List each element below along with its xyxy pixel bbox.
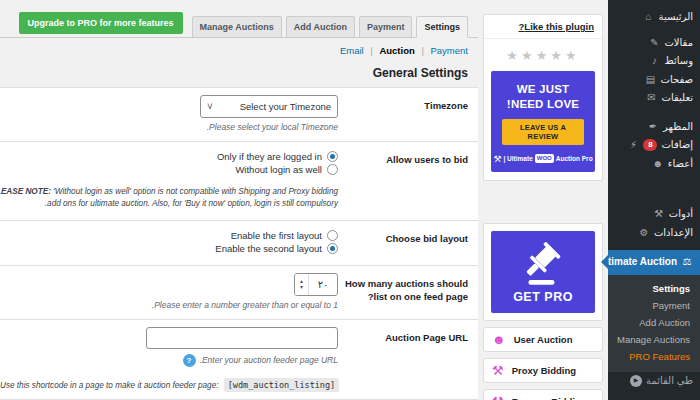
tab-settings[interactable]: Settings xyxy=(416,16,468,38)
ultimate-auction-logo: ⚒ | Ultimate WOO Auction Pro xyxy=(495,154,591,164)
submenu-item-settings[interactable]: Settings xyxy=(608,280,700,297)
separator: | xyxy=(421,45,423,56)
number-spinner[interactable]: ▴ ▾ xyxy=(295,274,309,295)
radio-button-icon[interactable] xyxy=(327,243,338,254)
shortcode-line: Use this shortcode in a page to make it … xyxy=(0,380,338,390)
radio-second-layout[interactable]: Enable the second layout xyxy=(0,243,338,254)
proxy-bidding-icon: ⚒ xyxy=(492,364,504,377)
subtab-email[interactable]: Email xyxy=(340,45,364,56)
separator: | xyxy=(370,45,372,56)
leave-review-button[interactable]: LEAVE US A REVIEW xyxy=(502,119,584,145)
logo-text-suffix: Auction Pro xyxy=(556,155,593,162)
need-love-banner: WE JUST NEED LOVE! LEAVE US A REVIEW ⚒ |… xyxy=(491,71,595,172)
wp-admin-page: الرئيسية ⌂ مقالات ✎ وسائط ♪ صفحات ▤ تعلي… xyxy=(0,0,700,400)
help-icon[interactable]: ? xyxy=(183,354,196,367)
like-plugin-link[interactable]: Like this plugin? xyxy=(484,15,602,39)
tab-payment[interactable]: Payment xyxy=(359,16,413,38)
get-pro-banner: GET PRO xyxy=(491,231,595,313)
sidebar-item-users[interactable]: أعضاء ☻ xyxy=(608,155,700,174)
sidebar-item-dashboard[interactable]: الرئيسية ⌂ xyxy=(608,8,700,27)
love-text-line1: WE JUST xyxy=(495,82,591,97)
tab-add-auction[interactable]: Add Auction xyxy=(286,16,355,38)
promo-column: Like this plugin? ★★★★★ WE JUST NEED LOV… xyxy=(478,0,608,400)
radio-button-icon[interactable] xyxy=(327,230,338,241)
sidebar-item-label: أدوات xyxy=(669,208,693,221)
field-label-page-url: Auction Page URL xyxy=(338,327,468,390)
please-note-text: PLEASE NOTE: 'Without login as well' opt… xyxy=(0,186,338,211)
helper-text: Please enter a number greater than or eq… xyxy=(0,300,338,310)
field-control: Only if they are logged in Without login… xyxy=(0,149,338,211)
sidebar-item-plugins[interactable]: إضافات 8 ⚡ xyxy=(608,136,700,155)
submenu-item-payment[interactable]: Payment xyxy=(608,297,700,314)
sidebar-item-posts[interactable]: مقالات ✎ xyxy=(608,34,700,53)
pin-icon: ✎ xyxy=(648,37,660,50)
menu-separator xyxy=(608,108,700,118)
menu-separator xyxy=(608,242,700,250)
subtab-payment[interactable]: Payment xyxy=(431,45,469,56)
field-label-bid-layout: Choose bid layout xyxy=(338,228,468,256)
form-row-timezone: Timezone Select your Timezone ˅ Please s… xyxy=(0,87,478,142)
shortcode: [wdm_auction_listing] xyxy=(224,378,339,392)
radio-label: Without login as well xyxy=(235,164,322,175)
pages-icon: ▤ xyxy=(645,74,657,87)
field-control: Select your Timezone ˅ Please select you… xyxy=(0,95,338,132)
sidebar-item-comments[interactable]: تعليقات ✉ xyxy=(608,89,700,108)
sidebar-item-tools[interactable]: أدوات ⚒ xyxy=(608,205,700,224)
sidebar-item-label: تعليقات xyxy=(662,92,693,105)
radio-label: Only if they are logged in xyxy=(217,151,322,162)
submenu-item-manage-auctions[interactable]: Manage Auctions xyxy=(608,331,700,348)
radio-button-icon[interactable] xyxy=(327,151,338,162)
settings-content: Upgrade to PRO for more features Manage … xyxy=(0,0,478,400)
shortcode-instruction: Use this shortcode in a page to make it … xyxy=(0,381,218,390)
note-line2: add ons for ultimate auction. Also, for … xyxy=(0,198,338,210)
radio-first-layout[interactable]: Enable the first layout xyxy=(0,230,338,241)
collapse-menu-button[interactable]: طي القائمة ▶ xyxy=(608,372,700,391)
sidebar-item-label: أعضاء xyxy=(668,158,693,171)
get-pro-label: GET PRO xyxy=(513,290,573,304)
woo-badge: WOO xyxy=(535,154,554,163)
url-helper-line: Enter your auction feeder page URL. ? xyxy=(0,354,338,367)
radio-logged-in[interactable]: Only if they are logged in xyxy=(0,151,338,162)
menu-separator xyxy=(608,27,700,34)
sidebar-item-ultimate-auction[interactable]: ⚖ Ultimate Auction xyxy=(608,250,700,275)
media-icon: ♪ xyxy=(648,55,660,68)
radio-label: Enable the second layout xyxy=(215,243,322,254)
sidebar-item-media[interactable]: وسائط ♪ xyxy=(608,52,700,71)
upgrade-pro-button[interactable]: Upgrade to PRO for more features xyxy=(19,12,183,34)
plugin-tab-bar: Upgrade to PRO for more features Manage … xyxy=(0,0,478,38)
field-label-timezone: Timezone xyxy=(338,95,468,132)
radio-label: Enable the first layout xyxy=(231,230,322,241)
sidebar-item-label: طي القائمة xyxy=(646,375,693,388)
submenu-item-pro-features[interactable]: PRO Features xyxy=(608,348,700,365)
logo-text-prefix: | Ultimate xyxy=(503,155,532,162)
spinner-down-icon[interactable]: ▾ xyxy=(300,284,303,290)
radio-without-login[interactable]: Without login as well xyxy=(0,164,338,175)
submenu-item-add-auction[interactable]: Add Auction xyxy=(608,314,700,331)
reverse-bidding-icon: ⚒ xyxy=(492,395,504,400)
wrench-icon: ⚒ xyxy=(653,208,665,221)
love-text-line2: NEED LOVE! xyxy=(495,97,591,112)
radio-button-icon[interactable] xyxy=(327,164,338,175)
subtab-auction[interactable]: Auction xyxy=(379,45,414,56)
sidebar-item-pages[interactable]: صفحات ▤ xyxy=(608,71,700,90)
update-count-badge: 8 xyxy=(643,139,657,151)
comments-icon: ✉ xyxy=(646,92,658,105)
settings-subtabs: Email | Auction | Payment xyxy=(0,38,478,56)
auction-page-url-input[interactable] xyxy=(146,327,338,349)
timezone-select[interactable]: Select your Timezone ˅ xyxy=(200,95,338,118)
sidebar-item-label: صفحات xyxy=(661,74,693,87)
addon-user-auction[interactable]: ☻ User Auction xyxy=(483,327,603,352)
field-label-feed-count: How many auctions should list on one fee… xyxy=(338,273,468,310)
sidebar-item-appearance[interactable]: المظهر ✒ xyxy=(608,118,700,137)
helper-text: Enter your auction feeder page URL. xyxy=(200,355,338,365)
addon-label: Proxy Bidding xyxy=(512,365,576,376)
feed-count-input[interactable]: ٢٠ ▴ ▾ xyxy=(294,273,338,296)
tab-manage-auctions[interactable]: Manage Auctions xyxy=(192,16,282,38)
collapse-arrow-icon: ▶ xyxy=(630,375,642,387)
like-plugin-card: Like this plugin? ★★★★★ WE JUST NEED LOV… xyxy=(483,14,603,181)
sidebar-item-settings[interactable]: الإعدادات ⚙ xyxy=(608,224,700,243)
addon-reverse-bidding[interactable]: ⚒ Reverse Bidding xyxy=(483,389,603,400)
chevron-down-icon: ˅ xyxy=(207,101,213,112)
addon-proxy-bidding[interactable]: ⚒ Proxy Bidding xyxy=(483,358,603,383)
get-pro-card[interactable]: GET PRO xyxy=(483,223,603,321)
